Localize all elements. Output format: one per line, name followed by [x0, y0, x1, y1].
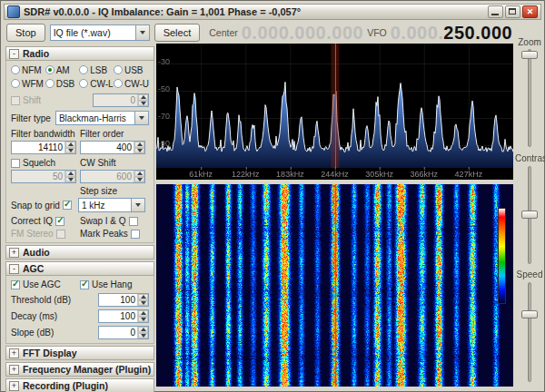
spin-down-icon[interactable] — [138, 101, 148, 107]
filter-type-label: Filter type — [11, 113, 51, 123]
snap-to-grid-checkbox[interactable] — [63, 201, 72, 210]
center-frequency-display[interactable]: 0.000.000.000 — [242, 23, 363, 44]
agc-slope-stepper[interactable]: 0 — [98, 326, 149, 339]
filter-bandwidth-stepper[interactable]: 14110 — [11, 141, 76, 154]
filter-order-value: 400 — [81, 142, 134, 153]
slider-thumb[interactable] — [521, 310, 538, 318]
speed-slider[interactable] — [521, 282, 538, 382]
spin-down-icon[interactable] — [138, 317, 148, 323]
app-window: SDR# v0.0.0.0 - IQ Imbalance: Gain = 1,0… — [0, 0, 545, 392]
fm-stereo-checkbox[interactable] — [56, 230, 65, 239]
expand-toggle-icon[interactable]: + — [9, 365, 19, 375]
app-icon — [7, 5, 20, 18]
correct-iq-checkbox[interactable] — [55, 217, 64, 226]
slider-track[interactable] — [528, 282, 531, 382]
panel-header-radio[interactable]: - Radio — [5, 46, 154, 61]
vfo-frequency-display[interactable]: 0.000.250.000 — [391, 23, 512, 44]
mode-label: NFM — [22, 65, 42, 75]
shift-stepper[interactable]: 0 — [93, 93, 149, 107]
agc-slope-value: 0 — [99, 327, 137, 338]
slider-thumb[interactable] — [521, 211, 538, 219]
chevron-down-icon[interactable] — [135, 25, 149, 40]
spin-down-icon[interactable] — [134, 177, 144, 183]
panel-header-recording[interactable]: + Recording (Plugin) — [5, 378, 154, 392]
collapse-toggle-icon[interactable]: - — [9, 49, 19, 59]
radio-button-icon — [114, 79, 123, 88]
radio-button-icon — [114, 65, 123, 74]
agc-decay-stepper[interactable]: 100 — [98, 309, 149, 323]
select-button[interactable]: Select — [154, 24, 201, 42]
tuning-center-line[interactable] — [335, 44, 336, 168]
panel-title: Frequency Manager (Plugin) — [23, 364, 151, 375]
chevron-down-icon[interactable] — [134, 112, 148, 124]
tuning-center-line[interactable] — [335, 184, 336, 387]
db-axis-label: -90 — [158, 139, 170, 148]
filter-type-select[interactable]: Blackman-Harris — [55, 111, 149, 125]
radio-button-icon — [45, 79, 54, 88]
control-sidebar: - Radio NFM AM LSB USB WFM DSB CW-L CW-U… — [5, 44, 154, 392]
use-agc-checkbox[interactable] — [11, 280, 20, 289]
minimize-button-icon[interactable] — [488, 5, 503, 18]
zoom-slider[interactable] — [521, 49, 538, 147]
squelch-checkbox[interactable] — [11, 159, 20, 168]
spin-down-icon[interactable] — [138, 333, 148, 339]
expand-toggle-icon[interactable]: + — [9, 248, 19, 258]
use-hang-checkbox[interactable] — [80, 280, 89, 289]
close-button-icon[interactable] — [522, 5, 538, 18]
mode-option-nfm[interactable]: NFM — [11, 64, 45, 75]
vfo-label: VFO — [367, 27, 387, 38]
expand-toggle-icon[interactable]: + — [9, 348, 19, 358]
radio-button-icon — [79, 65, 88, 74]
slider-track[interactable] — [528, 49, 531, 147]
agc-slope-label: Slope (dB) — [11, 328, 98, 338]
expand-toggle-icon[interactable]: + — [9, 381, 19, 391]
mode-option-am[interactable]: AM — [45, 64, 80, 75]
squelch-value: 50 — [12, 171, 64, 182]
center-label: Center — [209, 27, 238, 38]
mode-label: AM — [56, 65, 70, 75]
step-size-select[interactable]: 1 kHz — [78, 198, 145, 212]
title-bar[interactable]: SDR# v0.0.0.0 - IQ Imbalance: Gain = 1,0… — [4, 4, 541, 20]
cw-shift-stepper[interactable]: 600 — [80, 170, 145, 183]
toolbar: Stop IQ file (*.wav) Select Center 0.000… — [6, 23, 540, 43]
source-select[interactable]: IQ file (*.wav) — [50, 24, 150, 41]
db-axis-label: -30 — [158, 57, 170, 66]
squelch-label: Squelch — [23, 158, 55, 168]
spectrum-display[interactable]: -30 -50 -70 -90 61kHz 122kHz 183kHz 244k… — [156, 44, 513, 180]
chevron-down-icon[interactable] — [131, 199, 144, 211]
mark-peaks-checkbox[interactable] — [131, 230, 140, 239]
mode-option-dsb[interactable]: DSB — [45, 78, 80, 89]
spin-down-icon[interactable] — [65, 177, 75, 183]
panel-header-fft-display[interactable]: + FFT Display — [5, 346, 154, 360]
db-axis-label: -50 — [158, 84, 170, 93]
mode-option-usb[interactable]: USB — [114, 64, 149, 75]
mode-option-cwu[interactable]: CW-U — [114, 78, 149, 89]
shift-checkbox[interactable] — [11, 96, 20, 105]
filter-order-label: Filter order — [80, 129, 124, 139]
panel-header-agc[interactable]: - AGC — [5, 261, 154, 276]
stop-button[interactable]: Stop — [6, 24, 45, 42]
spin-down-icon[interactable] — [65, 148, 75, 154]
squelch-stepper[interactable]: 50 — [11, 170, 76, 183]
mode-option-wfm[interactable]: WFM — [11, 78, 45, 89]
frequency-tick-label: 244kHz — [321, 170, 349, 179]
waterfall-display[interactable] — [156, 184, 513, 387]
use-agc-label: Use AGC — [23, 279, 61, 289]
mode-option-cwl[interactable]: CW-L — [79, 78, 114, 89]
radio-button-icon — [79, 79, 88, 88]
panel-header-audio[interactable]: + Audio — [5, 245, 154, 260]
filter-order-stepper[interactable]: 400 — [80, 141, 145, 154]
agc-threshold-stepper[interactable]: 100 — [98, 293, 149, 307]
contrast-slider[interactable] — [521, 166, 538, 264]
slider-thumb[interactable] — [521, 51, 538, 59]
spin-down-icon[interactable] — [134, 148, 144, 154]
mode-option-lsb[interactable]: LSB — [79, 64, 114, 75]
cw-shift-value: 600 — [81, 171, 134, 182]
panel-header-frequency-manager[interactable]: + Frequency Manager (Plugin) — [5, 362, 154, 377]
spin-down-icon[interactable] — [138, 300, 148, 307]
collapse-toggle-icon[interactable]: - — [9, 264, 19, 274]
agc-threshold-label: Threshold (dB) — [11, 295, 98, 305]
swap-iq-checkbox[interactable] — [129, 217, 138, 226]
frequency-tick-label: 122kHz — [232, 170, 260, 179]
maximize-button-icon[interactable] — [505, 5, 520, 18]
